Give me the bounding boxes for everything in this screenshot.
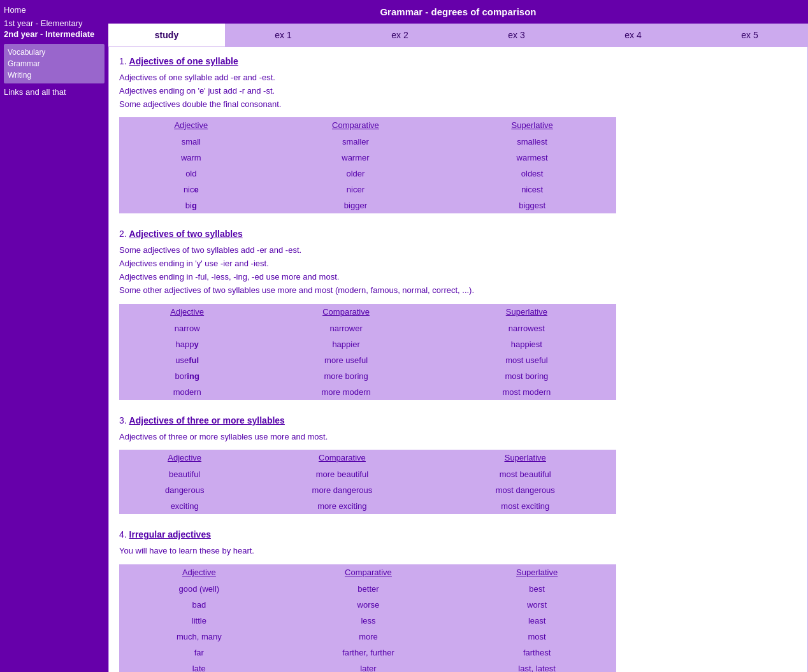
table-row: bad worse worst — [119, 597, 616, 613]
tab-ex5[interactable]: ex 5 — [691, 24, 808, 46]
section-3-title: 3. Adjectives of three or more syllables — [119, 415, 797, 425]
sidebar: Home 1st year - Elementary 2nd year - In… — [0, 0, 108, 672]
sidebar-links[interactable]: Links and all that — [4, 87, 105, 97]
col-superlative: Superlative — [458, 564, 616, 581]
tab-study[interactable]: study — [108, 24, 225, 46]
col-superlative: Superlative — [434, 450, 616, 466]
table-row: far farther, further farthest — [119, 645, 616, 661]
section-two-syllables: 2. Adjectives of two syllables Some adje… — [119, 229, 797, 399]
sidebar-item-vocabulary[interactable]: Vocabulary — [8, 46, 101, 58]
section-3-table: Adjective Comparative Superlative beauti… — [119, 450, 616, 514]
tab-ex1[interactable]: ex 1 — [225, 24, 342, 46]
table-row: big bigger biggest — [119, 197, 616, 213]
col-comparative: Comparative — [250, 450, 434, 466]
col-superlative: Superlative — [437, 304, 616, 320]
content-area: 1. Adjectives of one syllable Adjectives… — [108, 46, 808, 672]
col-comparative: Comparative — [263, 117, 449, 134]
table-row: good (well) better best — [119, 581, 616, 597]
sidebar-submenu: Vocabulary Grammar Writing — [4, 44, 105, 83]
table-row: much, many more most — [119, 629, 616, 645]
table-row: warm warmer warmest — [119, 150, 616, 166]
sidebar-year1[interactable]: 1st year - Elementary — [4, 18, 105, 28]
section-2-title: 2. Adjectives of two syllables — [119, 229, 797, 239]
sidebar-home[interactable]: Home — [4, 5, 105, 15]
section-4-table: Adjective Comparative Superlative good (… — [119, 564, 616, 672]
table-row: little less least — [119, 613, 616, 629]
table-row: happy happier happiest — [119, 336, 616, 352]
col-comparative: Comparative — [279, 564, 458, 581]
table-row: late later last, latest — [119, 661, 616, 672]
section-one-syllable: 1. Adjectives of one syllable Adjectives… — [119, 56, 797, 213]
table-row: small smaller smallest — [119, 134, 616, 150]
table-row: modern more modern most modern — [119, 384, 616, 400]
col-comparative: Comparative — [255, 304, 436, 320]
page-title: Grammar - degrees of comparison — [108, 0, 808, 24]
table-row: dangerous more dangerous most dangerous — [119, 482, 616, 498]
main-content: Grammar - degrees of comparison study ex… — [108, 0, 808, 672]
sidebar-item-writing[interactable]: Writing — [8, 69, 101, 81]
tab-bar: study ex 1 ex 2 ex 3 ex 4 ex 5 — [108, 24, 808, 46]
col-adjective: Adjective — [119, 117, 263, 134]
tab-ex3[interactable]: ex 3 — [458, 24, 575, 46]
sidebar-year2[interactable]: 2nd year - Intermediate — [4, 29, 105, 39]
section-1-title: 1. Adjectives of one syllable — [119, 56, 797, 66]
section-1-desc: Adjectives of one syllable add -er and -… — [119, 71, 797, 111]
table-row: nice nicer nicest — [119, 182, 616, 197]
table-row: useful more useful most useful — [119, 352, 616, 368]
table-row: beautiful more beautiful most beautiful — [119, 466, 616, 482]
section-2-table: Adjective Comparative Superlative narrow… — [119, 304, 616, 400]
section-4-desc: You will have to learn these by heart. — [119, 545, 797, 558]
table-row: old older oldest — [119, 166, 616, 182]
section-4-title: 4. Irregular adjectives — [119, 529, 797, 540]
sidebar-item-grammar[interactable]: Grammar — [8, 58, 101, 69]
col-superlative: Superlative — [448, 117, 616, 134]
tab-ex2[interactable]: ex 2 — [342, 24, 458, 46]
col-adjective: Adjective — [119, 564, 279, 581]
section-1-table: Adjective Comparative Superlative small … — [119, 117, 616, 213]
table-row: boring more boring most boring — [119, 368, 616, 384]
col-adjective: Adjective — [119, 304, 255, 320]
table-row: narrow narrower narrowest — [119, 320, 616, 336]
section-three-syllables: 3. Adjectives of three or more syllables… — [119, 415, 797, 515]
section-2-desc: Some adjectives of two syllables add -er… — [119, 244, 797, 297]
col-adjective: Adjective — [119, 450, 250, 466]
section-3-desc: Adjectives of three or more syllables us… — [119, 431, 797, 444]
section-irregular: 4. Irregular adjectives You will have to… — [119, 529, 797, 672]
table-row: exciting more exciting most exciting — [119, 498, 616, 514]
tab-ex4[interactable]: ex 4 — [575, 24, 691, 46]
